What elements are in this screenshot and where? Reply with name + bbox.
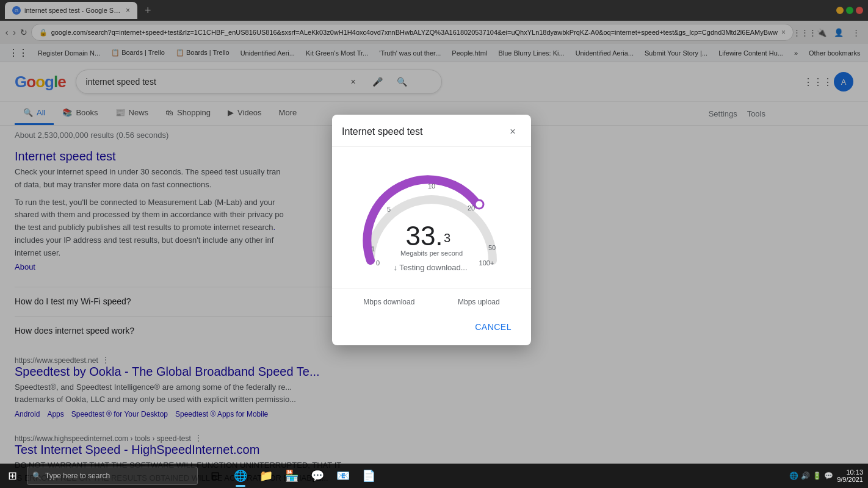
taskbar-edge[interactable]: 🌐 (228, 464, 253, 488)
gauge-label-20: 20 (468, 204, 475, 212)
taskbar-date-value: 9/9/2021 (837, 476, 863, 483)
start-button[interactable]: ⊞ (0, 464, 24, 488)
download-label: Mbps download (363, 298, 414, 306)
taskbar-file-explorer[interactable]: 📁 (254, 464, 278, 488)
taskbar-time-value: 10:13 (837, 468, 863, 476)
taskbar-right: 🌐 🔊 🔋 💬 10:13 9/9/2021 (789, 468, 868, 483)
taskbar-clock[interactable]: 10:13 9/9/2021 (837, 468, 863, 483)
gauge-label-1: 1 (371, 245, 375, 253)
modal-header: Internet speed test × (332, 115, 531, 147)
taskbar-taskview[interactable]: ⊟ (203, 464, 227, 488)
systray: 🌐 🔊 🔋 💬 (789, 472, 833, 480)
gauge-label-10: 10 (428, 182, 435, 190)
taskbar: ⊞ 🔍 Type here to search ⊟ 🌐 📁 🏪 💬 📧 📄 🌐 … (0, 464, 868, 488)
modal-title: Internet speed test (342, 126, 423, 137)
modal-footer: CANCEL (332, 311, 531, 345)
modal-metrics: Mbps download Mbps upload (332, 289, 531, 311)
network-icon[interactable]: 🌐 (789, 472, 798, 480)
modal-close-button[interactable]: × (504, 123, 521, 140)
upload-metric: Mbps upload (458, 296, 500, 306)
speedometer-container: 10 5 20 1 50 0 100+ 33. 3 Megabits per s… (342, 157, 521, 279)
speedometer-svg: 10 5 20 1 50 0 100+ 33. 3 Megabits per s… (352, 157, 511, 279)
speed-unit-svg: Megabits per second (400, 249, 463, 257)
gauge-label-50: 50 (488, 244, 496, 251)
gauge-label-0: 0 (376, 259, 380, 267)
modal-body: 10 5 20 1 50 0 100+ 33. 3 Megabits per s… (332, 147, 531, 289)
taskbar-search-placeholder: Type here to search (45, 472, 110, 480)
gauge-label-100: 100+ (479, 259, 494, 267)
upload-label: Mbps upload (458, 298, 500, 306)
cancel-button[interactable]: CANCEL (465, 317, 521, 337)
taskbar-store[interactable]: 🏪 (280, 464, 304, 488)
speed-number: 33. (405, 221, 443, 251)
taskbar-extra-2[interactable]: 📧 (331, 464, 355, 488)
taskbar-extra-1[interactable]: 💬 (305, 464, 330, 488)
download-metric: Mbps download (363, 296, 414, 306)
gauge-label-5: 5 (387, 206, 391, 213)
taskbar-extra-3[interactable]: 📄 (356, 464, 381, 488)
speed-decimal: 3 (444, 231, 450, 245)
taskbar-search[interactable]: 🔍 Type here to search (27, 467, 198, 485)
taskbar-apps: ⊟ 🌐 📁 🏪 💬 📧 📄 (203, 464, 381, 488)
search-icon: 🔍 (32, 472, 42, 480)
speed-test-modal: Internet speed test × 10 5 20 1 50 0 (332, 115, 531, 345)
battery-icon[interactable]: 🔋 (812, 472, 822, 480)
notif-icon[interactable]: 💬 (824, 472, 833, 480)
sound-icon[interactable]: 🔊 (801, 472, 810, 480)
testing-status-svg: ↓ Testing download... (393, 263, 467, 272)
svg-point-0 (475, 200, 483, 209)
